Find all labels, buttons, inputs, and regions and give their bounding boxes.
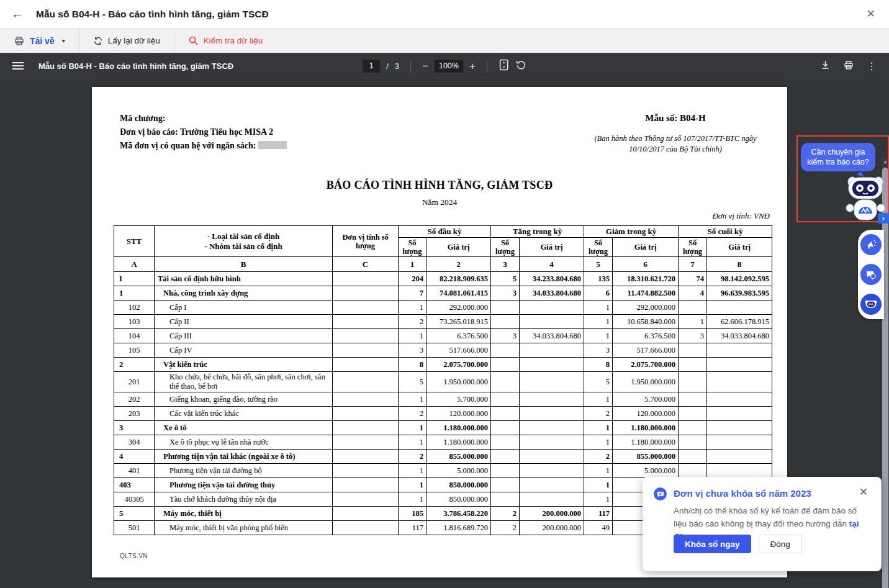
table-row: 1Nhà, công trình xây dựng774.081.061.415… [114,286,772,301]
check-data-button[interactable]: Kiểm tra dữ liệu [174,29,276,53]
table-cell [679,435,707,450]
table-row: 304Xe ô tô phục vụ lễ tân nhà nước11.180… [114,435,772,450]
table-cell: 2.075.700.000 [426,358,491,372]
print-button[interactable] [843,60,854,73]
table-cell [520,343,584,358]
announcements-button[interactable] [860,234,882,255]
table-cell: 6.376.500 [613,329,679,343]
rotate-button[interactable] [515,60,526,73]
table-cell [491,450,520,464]
table-cell: 403 [114,478,155,492]
chevron-right-icon: › [882,214,885,223]
table-cell: 2 [491,507,520,521]
table-cell [491,464,520,478]
back-button[interactable]: ← [11,7,24,21]
table-cell: 3 [584,343,613,358]
reload-data-button[interactable]: Lấy lại dữ liệu [79,29,174,53]
table-cell: 203 [114,407,155,421]
dismiss-button[interactable]: Đóng [759,535,802,553]
table-cell [707,435,772,450]
table-row: 203Các vật kiến trúc khác2120.000.000212… [114,407,772,421]
fit-page-icon [499,59,509,71]
table-cell: 1 [399,492,426,507]
table-cell [520,407,584,421]
table-cell [491,343,520,358]
report-header-left: Mã chương: Đơn vị báo cáo: Trường Tiểu h… [120,112,287,153]
table-cell: 304 [114,435,155,450]
table-cell [333,372,399,392]
table-cell: 8 [399,358,426,372]
page-number-input[interactable]: 1 [363,60,380,73]
table-cell: 2 [584,450,613,464]
table-cell [520,372,584,392]
col-header-name: - Loại tài sản cố định- Nhóm tài sản cố … [155,226,333,257]
col-letter: 2 [426,257,491,272]
table-cell [707,421,772,435]
table-cell: 49 [584,521,613,535]
table-cell: 1 [679,315,707,329]
table-cell: 1 [584,315,613,329]
table-cell [491,421,520,435]
table-cell: 517.666.000 [426,343,491,358]
table-row: 2Vật kiến trúc82.075.700.00082.075.700.0… [114,358,772,372]
table-cell [491,478,520,492]
window-close-button[interactable]: ✕ [867,7,875,20]
fit-page-button[interactable] [499,59,509,73]
table-cell: 1 [584,464,613,478]
col-header-qty: Số lượng [584,238,613,257]
table-cell [679,343,707,358]
table-cell [333,478,399,492]
download-report-button[interactable]: Tải về ▾ [0,29,79,53]
overflow-menu-button[interactable]: ⋮ [867,60,877,72]
col-header-value: Giá trị [613,238,679,257]
toast-close-button[interactable]: ✕ [859,486,868,499]
table-cell: 96.639.983.595 [707,286,772,301]
close-icon: ✕ [867,8,875,20]
table-cell: 5.000.000 [426,464,491,478]
report-header-right: Mẫu số: B04-H (Ban hành theo Thông tư số… [564,113,787,155]
table-cell: 5 [114,507,155,521]
table-cell [333,315,399,329]
table-cell: Phương tiện vận tải đường bộ [155,464,333,478]
action-toolbar: Tải về ▾ Lấy lại dữ liệu Kiểm tra dữ liệ… [0,29,889,53]
table-cell: 102 [114,301,155,315]
table-cell: 7 [399,286,426,301]
table-cell: 34.033.804.680 [520,286,584,301]
chat-bubbles-icon [865,269,877,280]
table-cell [333,272,399,286]
assistant-bot-button[interactable] [860,294,882,315]
table-row: 105Cấp IV3517.666.0003517.666.000 [114,343,772,358]
col-letter: 6 [613,257,679,272]
download-button[interactable] [820,60,831,72]
table-row: 202Giếng khoan, giếng đào, tường rào15.7… [114,392,772,407]
col-letter: 7 [679,257,707,272]
caret-down-icon[interactable]: ▾ [62,37,65,44]
table-cell: 1 [584,492,613,507]
table-cell [679,358,707,372]
table-cell: 104 [114,329,155,343]
table-cell: 34.033.804.680 [707,329,772,343]
menu-icon[interactable] [12,61,24,70]
table-cell [520,358,584,372]
zoom-out-button[interactable]: − [422,61,428,71]
table-cell: 5 [491,272,520,286]
megaphone-icon [865,239,877,250]
table-cell: 1.950.000.000 [613,372,679,392]
don-vi-bao-cao: Đơn vị báo cáo: Trường Tiểu học MISA 2 [120,125,287,139]
expand-chat-button[interactable]: › [878,213,889,224]
col-group-decrease: Giảm trong kỳ [584,226,679,238]
table-row: 4Phương tiện vận tải khác (ngoài xe ô tô… [114,450,772,464]
report-title: BÁO CÁO TÌNH HÌNH TĂNG, GIẢM TSCĐ [92,179,787,192]
support-chat-button[interactable] [860,264,882,285]
window-title: Mẫu số B04-H - Báo cáo tình hình tăng, g… [36,9,269,20]
table-cell [679,464,707,478]
lock-now-button[interactable]: Khóa sổ ngay [674,535,751,553]
table-cell: 1 [399,478,426,492]
download-icon [820,60,831,70]
table-cell: 5 [584,372,613,392]
table-cell: 850.000.000 [426,478,491,492]
zoom-in-button[interactable]: + [469,61,476,71]
table-cell: 1 [399,421,426,435]
chat-promo-bubble[interactable]: Cần chuyên gia kiểm tra báo cáo? [801,143,875,171]
col-header-value: Giá trị [520,238,584,257]
